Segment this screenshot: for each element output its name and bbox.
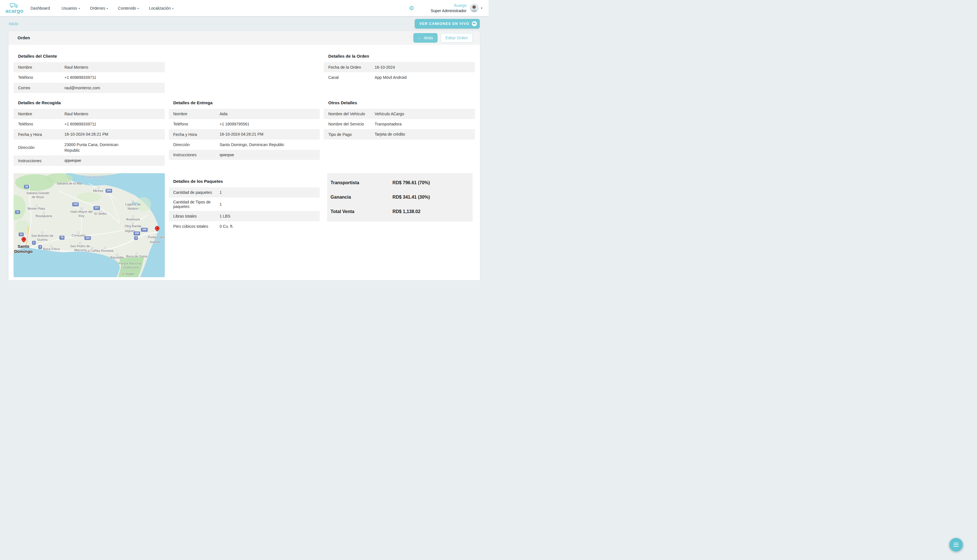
table-row: Pies cúbicos totales 0 Cu. ft. [169, 221, 320, 232]
row-value: Tarjeta de crédito [374, 129, 445, 139]
section-title: Detalles de la Orden [328, 54, 475, 58]
row-label: Teléfono [169, 120, 220, 128]
nav-item-label: Ordenes [90, 6, 105, 10]
row-label: Dirección [13, 143, 65, 152]
packages-section: Detalles de los Paquetes Cantidad de paq… [169, 170, 320, 232]
table-row: Nombre Raul Montero [13, 109, 165, 119]
section-title: Detalles de Recogida [18, 100, 165, 105]
row-value: +1 809899339711 [65, 119, 135, 129]
row-value: 1 [220, 187, 290, 197]
nav-item-label: Contenido [118, 6, 136, 10]
app-logo[interactable]: acargo [6, 3, 23, 13]
row-label: Nombre [13, 109, 65, 118]
totals-block: Transportista RD$ 796.61 (70%) Ganancia … [327, 173, 473, 222]
total-row: Ganancia RD$ 341.41 (30%) [327, 190, 473, 205]
total-row: Transportista RD$ 796.61 (70%) [327, 176, 473, 190]
row-label: Teléfono [13, 73, 65, 82]
navbar-right: ⚙ Acargo Super Administrador ▾ [409, 3, 482, 13]
table-row: Dirección Santo Domingo, Dominican Repub… [169, 140, 320, 150]
table-row: Teléfono +1 809899339711 [13, 119, 165, 129]
row-label: Canal [324, 73, 374, 82]
row-label: Nombre del Vehículo [324, 109, 374, 118]
row-value: qqweqwe [65, 155, 135, 165]
breadcrumb-row: Inicio VER CAMIONES EN VIVO [0, 16, 489, 31]
chevron-down-icon[interactable]: ▾ [481, 7, 482, 10]
row-label: Nombre [169, 109, 220, 118]
total-label: Ganancia [327, 195, 392, 200]
main-nav: Dashboard Usuarios ▾ Ordenes ▾ Contenido… [30, 6, 173, 10]
row-label: Nombre del Servicio [324, 120, 374, 128]
back-button[interactable]: ← Atrás [413, 33, 438, 43]
section-title: Detalles del Cliente [18, 54, 165, 58]
nav-item[interactable]: Dashboard [30, 6, 52, 10]
table-row: Cantidad de Tipos de paquetes 1 [169, 197, 320, 211]
row-value: qweqwe [220, 150, 290, 160]
order-details-section: Detalles de la Orden Fecha de la Orden 1… [324, 45, 475, 83]
left-arrow-icon: ← [418, 36, 422, 40]
row-value: +1 809899339711 [65, 72, 135, 83]
other-details-table: Nombre del Vehículo Vehículo ACargo Nomb… [324, 109, 475, 140]
totals-section: Transportista RD$ 796.61 (70%) Ganancia … [324, 170, 475, 222]
chevron-down-icon: ▾ [78, 7, 80, 10]
row-value: Aida [220, 109, 290, 119]
other-details-section: Otros Detalles Nombre del Vehículo Vehíc… [324, 93, 475, 140]
nav-item[interactable]: Ordenes ▾ [90, 6, 108, 10]
table-row: Correo raul@monteroc.com [13, 83, 165, 93]
pickup-details-table: Nombre Raul Montero Teléfono +1 80989933… [13, 109, 165, 166]
row-value: App Móvil Android [374, 72, 445, 83]
total-value: RD$ 796.61 (70%) [392, 180, 473, 185]
section-title: Detalles de los Paquetes [173, 179, 320, 183]
map[interactable]: Samana Bay Sabana de la Mar Miches Saban… [13, 173, 165, 277]
row-value: 16-10-2024 [374, 62, 445, 72]
row-label: Pies cúbicos totales [169, 222, 220, 231]
breadcrumb[interactable]: Inicio [9, 22, 18, 26]
chevron-down-icon: ▾ [107, 7, 108, 10]
table-row: Nombre del Servicio Transportadora [324, 119, 475, 129]
row-value: 1 LBS [220, 211, 290, 221]
table-row: Cantidad de paquetes 1 [169, 187, 320, 197]
table-row: Libras totales 1 LBS [169, 211, 320, 221]
row-label: Dirección [169, 140, 220, 149]
row-value: raul@monteroc.com [65, 83, 135, 93]
live-trucks-button[interactable]: VER CAMIONES EN VIVO [415, 19, 480, 28]
table-row: Canal App Móvil Android [324, 72, 475, 83]
chevron-down-icon: ▾ [172, 7, 174, 10]
table-row: Fecha y Hora 16-10-2024 04:26:21 PM [169, 129, 320, 139]
row-value: +1 18099795561 [220, 119, 290, 129]
row-value: Santo Domingo, Dominican Republic [220, 140, 290, 150]
row-label: Fecha y Hora [169, 130, 220, 139]
user-menu[interactable]: Acargo Super Administrador [431, 3, 466, 13]
row-value: 0 Cu. ft. [220, 221, 290, 232]
section-title: Detalles de Entrega [173, 100, 320, 105]
edit-order-button[interactable]: Editar Orden [441, 33, 473, 43]
row-label: Correo [13, 83, 65, 92]
delivery-details-table: Nombre Aida Teléfono +1 18099795561 Fech… [169, 109, 320, 160]
order-card: Orden ← Atrás Editar Orden Detalles del … [8, 31, 480, 280]
client-details-section: Detalles del Cliente Nombre Raul Montero… [13, 45, 165, 93]
order-card-header: Orden ← Atrás Editar Orden [8, 31, 480, 45]
nav-item[interactable]: Localización ▾ [149, 6, 174, 10]
row-label: Cantidad de paquetes [169, 188, 220, 197]
nav-item[interactable]: Usuarios ▾ [62, 6, 80, 10]
row-label: Instrucciones [13, 156, 65, 165]
row-value: 16-10-2024 04:26:21 PM [65, 129, 135, 139]
row-value: Raul Montero [65, 62, 135, 72]
map-section: Samana Bay Sabana de la Mar Miches Saban… [13, 170, 165, 277]
total-row: Total Venta RD$ 1,138.02 [327, 205, 473, 219]
row-value: Raul Montero [65, 109, 135, 119]
map-marker-pin[interactable] [20, 236, 27, 243]
row-label: Cantidad de Tipos de paquetes [169, 197, 220, 211]
row-value: Transportadora [374, 119, 445, 129]
row-value: 1 [220, 199, 290, 209]
map-marker-pin[interactable] [154, 225, 160, 232]
row-label: Fecha y Hora [13, 130, 65, 139]
table-row: Nombre Aida [169, 109, 320, 119]
row-label: Libras totales [169, 212, 220, 221]
gear-icon[interactable]: ⚙ [409, 5, 414, 11]
avatar[interactable] [470, 4, 479, 12]
table-row: Dirección 23000 Punta Cana, Dominican Re… [13, 140, 165, 156]
client-details-table: Nombre Raul Montero Teléfono +1 80989933… [13, 62, 165, 93]
nav-item[interactable]: Contenido ▾ [118, 6, 139, 10]
pickup-details-section: Detalles de Recogida Nombre Raul Montero… [13, 93, 165, 166]
table-row: Nombre del Vehículo Vehículo ACargo [324, 109, 475, 119]
